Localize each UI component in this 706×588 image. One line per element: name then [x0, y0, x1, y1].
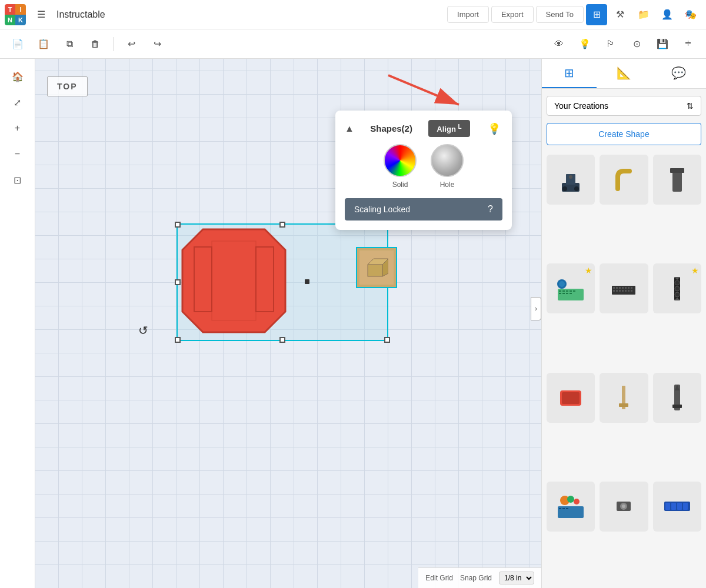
- svg-point-65: [622, 505, 625, 508]
- shape-item[interactable]: [653, 155, 701, 205]
- shape-item[interactable]: ★: [653, 263, 701, 313]
- svg-rect-62: [566, 508, 568, 509]
- shape-item[interactable]: ★: [547, 263, 595, 313]
- visibility-button[interactable]: 💡: [574, 34, 595, 55]
- save-button[interactable]: 💾: [652, 34, 673, 55]
- svg-rect-25: [570, 293, 572, 294]
- home-view-button[interactable]: 🏠: [7, 66, 28, 87]
- shape-item[interactable]: [600, 373, 648, 423]
- svg-rect-23: [562, 293, 565, 294]
- zoom-in-button[interactable]: +: [7, 118, 28, 139]
- small-cube-shape[interactable]: [356, 247, 397, 288]
- svg-rect-21: [573, 290, 575, 292]
- svg-rect-36: [613, 290, 615, 292]
- center-handle[interactable]: [305, 279, 309, 284]
- svg-rect-41: [628, 290, 630, 292]
- bottom-bar: Edit Grid Snap Grid 1/8 in 1/4 in 1/2 in…: [418, 567, 541, 588]
- svg-rect-35: [631, 287, 632, 289]
- shape-item[interactable]: [600, 482, 648, 532]
- solid-type[interactable]: Solid: [384, 144, 417, 189]
- export-button[interactable]: Export: [491, 6, 534, 23]
- red-shape[interactable]: [179, 226, 288, 335]
- notes-button[interactable]: 🏳: [600, 34, 621, 55]
- grid-panel-icon[interactable]: ⊞: [542, 59, 597, 88]
- logo-t: T: [5, 4, 15, 15]
- import-button[interactable]: Import: [447, 6, 489, 23]
- account-icon[interactable]: 👤: [657, 4, 678, 25]
- svg-point-46: [675, 280, 680, 285]
- svg-rect-24: [566, 293, 568, 294]
- notes-panel-icon[interactable]: 💬: [651, 59, 706, 88]
- svg-rect-22: [559, 293, 561, 294]
- top-right-actions: Import Export Send To ⊞ ⚒ 📁 👤 🎭: [447, 4, 701, 25]
- svg-rect-34: [628, 287, 630, 289]
- shape-item[interactable]: [600, 155, 648, 205]
- logo-i: I: [15, 4, 26, 15]
- new-button[interactable]: 📄: [7, 34, 28, 55]
- layers-button[interactable]: ⊡: [7, 169, 28, 191]
- shape-item[interactable]: [547, 373, 595, 423]
- fit-view-button[interactable]: ⤢: [7, 92, 28, 113]
- svg-rect-29: [613, 287, 615, 289]
- svg-rect-19: [566, 290, 568, 292]
- hole-type[interactable]: Hole: [431, 144, 464, 189]
- svg-point-48: [675, 292, 680, 297]
- hole-label: Hole: [440, 181, 455, 189]
- view-button[interactable]: 👁: [548, 34, 570, 55]
- ruler-panel-icon[interactable]: 📐: [597, 59, 651, 88]
- snap-grid-select[interactable]: 1/8 in 1/4 in 1/2 in 1 in: [499, 572, 534, 584]
- canvas-area[interactable]: TOP: [35, 59, 541, 588]
- send-to-button[interactable]: Send To: [536, 6, 584, 23]
- svg-rect-17: [559, 290, 561, 292]
- svg-rect-18: [562, 290, 565, 292]
- svg-rect-50: [562, 392, 580, 404]
- undo-button[interactable]: ↩: [121, 34, 142, 55]
- shape-item[interactable]: [653, 373, 701, 423]
- delete-button[interactable]: 🗑: [85, 34, 106, 55]
- logo-n: N: [5, 15, 15, 25]
- scaling-locked-bar: Scaling Locked ?: [345, 198, 502, 220]
- lightbulb-button[interactable]: 💡: [486, 121, 502, 137]
- shape-item[interactable]: [600, 263, 648, 313]
- avatar-icon[interactable]: 🎭: [680, 4, 701, 25]
- zoom-out-button[interactable]: −: [7, 143, 28, 165]
- shape-item[interactable]: [547, 155, 595, 205]
- duplicate-button[interactable]: ⧉: [59, 34, 80, 55]
- panel-header: ▲ Shapes(2) Align L 💡: [345, 120, 502, 137]
- svg-point-13: [569, 175, 572, 179]
- svg-rect-52: [619, 403, 628, 407]
- scaling-help-button[interactable]: ?: [488, 204, 493, 215]
- copy-button[interactable]: 📋: [33, 34, 54, 55]
- svg-rect-70: [683, 503, 688, 510]
- solid-sphere-icon: [384, 144, 417, 177]
- hamburger-icon[interactable]: ☰: [31, 4, 52, 25]
- shape-item[interactable]: [653, 482, 701, 532]
- svg-point-12: [574, 186, 579, 191]
- svg-rect-33: [625, 287, 627, 289]
- star-badge: ★: [691, 266, 699, 275]
- svg-rect-37: [616, 290, 618, 292]
- svg-rect-68: [671, 503, 676, 510]
- rotate-handle[interactable]: ↺: [138, 323, 148, 338]
- handle-bottom-left[interactable]: [175, 337, 181, 343]
- svg-rect-30: [616, 287, 618, 289]
- handle-bottom-mid[interactable]: [279, 337, 285, 343]
- mirror-button[interactable]: ⫩: [678, 34, 699, 55]
- lock-button[interactable]: ⊙: [626, 34, 647, 55]
- align-button[interactable]: Align L: [428, 120, 469, 137]
- redo-button[interactable]: ↪: [146, 34, 168, 55]
- svg-rect-42: [631, 290, 632, 292]
- creations-dropdown[interactable]: Your Creations ⇅: [547, 96, 701, 116]
- handle-bottom-right[interactable]: [384, 337, 390, 343]
- panel-collapse-handle[interactable]: ›: [531, 297, 541, 320]
- edit-grid-label[interactable]: Edit Grid: [425, 574, 453, 582]
- up-arrow-icon[interactable]: ▲: [345, 123, 354, 134]
- create-shape-button[interactable]: Create Shape: [547, 123, 701, 145]
- tools-icon[interactable]: ⚒: [610, 4, 631, 25]
- svg-rect-67: [665, 503, 670, 510]
- shape-item[interactable]: [547, 482, 595, 532]
- main-area: 🏠 ⤢ + − ⊡ TOP: [0, 59, 706, 588]
- grid-view-icon[interactable]: ⊞: [586, 4, 607, 25]
- cube-inner: [359, 250, 394, 285]
- projects-icon[interactable]: 📁: [633, 4, 654, 25]
